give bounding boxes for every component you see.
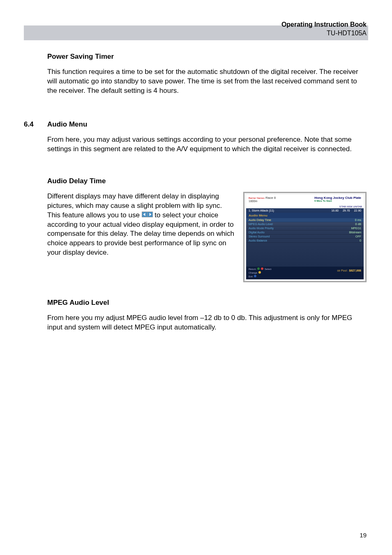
- tv-row-label-4: Stereo Surround: [249, 235, 270, 238]
- left-right-arrow-icon: [142, 211, 153, 220]
- tv-menu-row-5: Audio Balance 0: [246, 239, 364, 243]
- audio-delay-body: Different displays may have different de…: [47, 192, 235, 258]
- tv-menu-row-4: Stereo Surround OFF: [246, 235, 364, 239]
- tv-barrier: Barrier Names: [249, 197, 265, 199]
- audio-menu-intro: From here, you may adjust various settin…: [47, 135, 367, 154]
- tv-nav-select: Select: [265, 268, 272, 270]
- tv-nav-hints: Return Select Change Exit: [249, 267, 272, 278]
- tv-row-label-0: Audio Delay Time: [249, 219, 271, 221]
- right-arrow-icon: [147, 212, 153, 217]
- tv-menu-row-1: MPEG Audio Level 0 dB: [246, 222, 364, 226]
- audio-delay-image-col: Barrier Names Race 8 1800m Hong Kong Joc…: [243, 192, 367, 282]
- header-text: Operating Instruction Book TU-HDT105A: [281, 21, 367, 38]
- green-dot-icon: [257, 267, 260, 270]
- tv-banner-text: 1. Storm Attack (11): [249, 209, 274, 212]
- tv-banner-prices: 16.60 29.70 22.90: [331, 209, 361, 212]
- power-saving-body: This function requires a time to be set …: [47, 67, 367, 96]
- tv-price-2: 22.90: [354, 209, 361, 212]
- page-number: 19: [360, 532, 367, 539]
- section-6-4: 6.4 Audio Menu From here, you may adjust…: [47, 120, 367, 332]
- tv-nav-change: Change: [249, 272, 257, 274]
- audio-delay-text-col: Different displays may have different de…: [47, 192, 235, 282]
- tv-pool: ce Pool : $627,668: [337, 269, 361, 278]
- mpeg-body: From here you my adjust MPEG audio level…: [47, 313, 367, 332]
- tv-race: Race 8: [265, 196, 276, 200]
- tv-pool-label: ce Pool :: [337, 269, 348, 272]
- yellow-dot-icon: [258, 271, 261, 274]
- power-saving-heading: Power Saving Timer: [47, 53, 367, 61]
- tv-row-val-1: 0 dB: [355, 223, 361, 226]
- red-dot-icon: [261, 267, 263, 270]
- tv-menu-row-0: Audio Delay Time 0 ms: [246, 218, 364, 222]
- left-arrow-icon: [142, 212, 148, 217]
- audio-delay-two-col: Different displays may have different de…: [47, 192, 367, 282]
- tv-price-1: 29.70: [343, 209, 350, 212]
- tv-distance: 1800m: [249, 200, 276, 203]
- tv-bottom-nav: Return Select Change Exit ce Pool : $627…: [246, 267, 364, 279]
- mpeg-section: MPEG Audio Level From here you my adjust…: [47, 299, 367, 332]
- tv-row-label-2: Audio Mode Priority: [249, 227, 274, 230]
- doc-model: TU-HDT105A: [281, 29, 367, 38]
- tv-row-label-3: Digital Audio: [249, 231, 265, 234]
- tv-row-label-5: Audio Balance: [249, 239, 267, 242]
- tv-menu-title: Audio Menu: [246, 213, 364, 218]
- tv-pool-value: $627,668: [349, 269, 361, 272]
- tv-nav-exit: Exit: [249, 275, 253, 278]
- tv-menu-row-2: Audio Mode Priority MPEG1: [246, 226, 364, 230]
- mpeg-heading: MPEG Audio Level: [47, 299, 367, 307]
- audio-menu-heading: Audio Menu: [47, 120, 367, 129]
- tv-tabs: S'TAB NSW UNITAB: [339, 205, 362, 208]
- tv-banner: 1. Storm Attack (11) 16.60 29.70 22.90: [246, 208, 364, 213]
- tv-row-label-1: MPEG Audio Level: [249, 223, 273, 226]
- tv-row-val-3: Bitstream: [349, 231, 361, 234]
- tv-header: Barrier Names Race 8 1800m Hong Kong Joc…: [246, 195, 364, 208]
- tv-inner: Barrier Names Race 8 1800m Hong Kong Joc…: [246, 195, 364, 279]
- blue-dot-icon: [254, 275, 256, 277]
- tv-mins: 6 Mins To Start: [314, 200, 361, 202]
- tv-screenshot: Barrier Names Race 8 1800m Hong Kong Joc…: [243, 192, 367, 282]
- tv-title: Hong Kong Jockey Club Plate: [314, 196, 361, 200]
- tv-row-val-5: 0: [360, 239, 361, 242]
- tv-row-val-2: MPEG1: [351, 227, 361, 230]
- tv-price-0: 16.60: [331, 209, 339, 212]
- doc-title: Operating Instruction Book: [281, 21, 367, 29]
- tv-row-val-4: OFF: [355, 235, 361, 238]
- tv-row-val-0: 0 ms: [355, 219, 361, 221]
- tv-menu-row-3: Digital Audio Bitstream: [246, 230, 364, 235]
- section-number: 6.4: [24, 120, 34, 129]
- audio-delay-heading: Audio Delay Time: [47, 177, 367, 185]
- tv-nav-return: Return: [249, 268, 256, 270]
- page-content: Power Saving Timer This function require…: [47, 53, 367, 332]
